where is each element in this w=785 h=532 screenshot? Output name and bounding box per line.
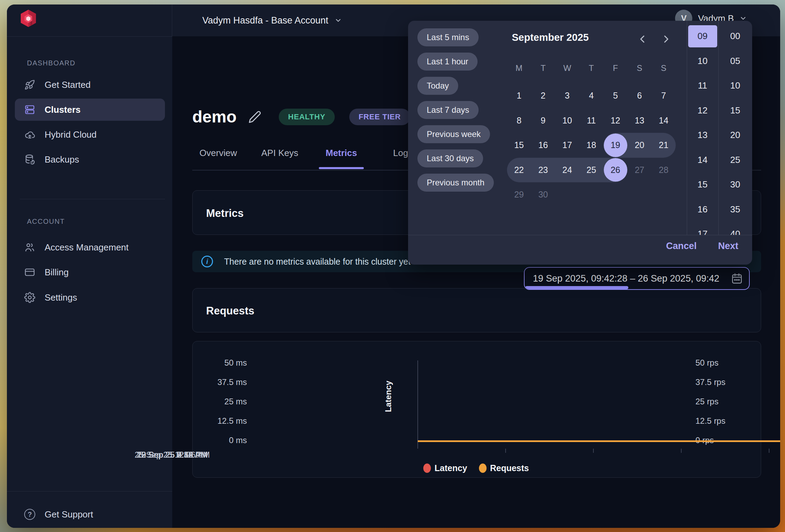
calendar-day[interactable]: 28 [652, 158, 676, 183]
calendar-day[interactable]: 7 [652, 83, 676, 108]
minute-option[interactable]: 35 [721, 198, 750, 220]
y-tick-label: 50 ms [224, 358, 247, 367]
calendar-day[interactable]: 24 [555, 158, 579, 183]
hour-option[interactable]: 17 [688, 223, 717, 235]
calendar-day[interactable]: 30 [531, 182, 555, 207]
latency-dot-icon [423, 464, 431, 473]
calendar-next-icon[interactable] [661, 34, 671, 44]
minute-option[interactable]: 30 [721, 174, 750, 196]
next-button[interactable]: Next [718, 241, 738, 251]
calendar-day[interactable]: 1 [507, 83, 531, 108]
sidebar-item-settings[interactable]: Settings [15, 286, 165, 309]
hour-option[interactable]: 14 [688, 149, 717, 171]
sidebar-item-billing[interactable]: Billing [15, 261, 165, 283]
backups-icon [24, 154, 36, 165]
date-range-value: 19 Sep 2025, 09:42:28 – 26 Sep 2025, 09:… [533, 273, 719, 284]
left-axis-line [417, 360, 418, 449]
legend-item-requests[interactable]: Requests [479, 463, 529, 473]
chart-legend: Latency Requests [172, 463, 780, 473]
calendar-day[interactable]: 3 [555, 83, 579, 108]
calendar-day[interactable]: 20 [627, 133, 652, 158]
legend-item-latency[interactable]: Latency [423, 463, 467, 473]
requests-panel-title: Requests [206, 305, 255, 317]
calendar-day[interactable]: 11 [579, 108, 603, 133]
y-tick-label: 12.5 rps [695, 416, 726, 425]
quick-range-button[interactable]: Previous week [417, 125, 490, 143]
quick-range-button[interactable]: Last 5 mins [417, 28, 479, 46]
calendar-day[interactable]: 26 [603, 158, 628, 183]
calendar-icon[interactable] [731, 273, 743, 284]
tab[interactable]: Metrics [315, 148, 367, 169]
desktop-wallpaper: DASHBOARD Get Started Clusters Hybrid Cl… [0, 0, 785, 532]
minute-option[interactable]: 15 [721, 99, 750, 121]
weekday-label: S [627, 59, 652, 77]
calendar-day[interactable]: 10 [555, 108, 579, 133]
cancel-button[interactable]: Cancel [666, 241, 697, 251]
sidebar-bottom-divider [7, 491, 172, 492]
calendar-day[interactable]: 29 [507, 182, 531, 207]
hour-option[interactable]: 13 [688, 124, 717, 146]
calendar-day[interactable]: 17 [555, 133, 579, 158]
hour-option[interactable]: 10 [688, 50, 717, 72]
calendar-day[interactable]: 23 [531, 158, 555, 183]
hour-option[interactable]: 16 [688, 198, 717, 220]
hour-option[interactable]: 09 [688, 25, 717, 47]
quick-range-button[interactable]: Previous month [417, 174, 494, 192]
calendar-day[interactable]: 9 [531, 108, 555, 133]
minute-option[interactable]: 20 [721, 124, 750, 146]
calendar-day[interactable]: 25 [579, 158, 603, 183]
tab[interactable]: Overview [192, 148, 244, 169]
sidebar-item-access-management[interactable]: Access Management [15, 236, 165, 258]
calendar-prev-icon[interactable] [637, 34, 648, 44]
calendar-day[interactable]: 27 [627, 158, 652, 183]
requests-panel: Requests [192, 288, 761, 332]
calendar-day[interactable]: 15 [507, 133, 531, 158]
calendar-day[interactable]: 14 [652, 108, 676, 133]
sidebar-item-clusters[interactable]: Clusters [15, 99, 165, 121]
account-switcher[interactable]: Vadym Hasdfa - Base Account [202, 4, 342, 36]
hour-option[interactable]: 11 [688, 75, 717, 97]
minute-option[interactable]: 10 [721, 75, 750, 97]
calendar-day[interactable]: 12 [603, 108, 628, 133]
x-tick-mark [769, 449, 769, 453]
calendar-day[interactable]: 16 [531, 133, 555, 158]
tab[interactable]: API Keys [254, 148, 306, 169]
quick-range-button[interactable]: Last 30 days [417, 149, 483, 167]
minute-option[interactable]: 00 [721, 25, 750, 47]
popup-footer: Cancel Next [666, 241, 738, 251]
sidebar-item-hybrid-cloud[interactable]: Hybrid Cloud [15, 123, 165, 146]
calendar-day[interactable]: 8 [507, 108, 531, 133]
edit-pencil-icon[interactable] [248, 110, 261, 123]
calendar-day[interactable]: 19 [603, 133, 628, 158]
calendar-day[interactable]: 18 [579, 133, 603, 158]
quick-range-button[interactable]: Last 1 hour [417, 53, 478, 71]
date-range-input[interactable]: 19 Sep 2025, 09:42:28 – 26 Sep 2025, 09:… [524, 267, 750, 290]
hour-option[interactable]: 12 [688, 99, 717, 121]
y-tick-label: 50 rps [695, 358, 719, 367]
account-switcher-label: Vadym Hasdfa - Base Account [202, 15, 328, 26]
hour-option[interactable]: 15 [688, 174, 717, 196]
sidebar-item-get-started[interactable]: Get Started [15, 74, 165, 96]
qdrant-logo-icon[interactable] [20, 9, 37, 27]
quick-range-button[interactable]: Today [417, 77, 458, 95]
calendar-day[interactable]: 4 [579, 83, 603, 108]
minute-option[interactable]: 25 [721, 149, 750, 171]
calendar-day[interactable]: 6 [627, 83, 652, 108]
minute-option[interactable]: 05 [721, 50, 750, 72]
weekday-label: F [603, 59, 628, 77]
calendar-day[interactable]: 21 [652, 133, 676, 158]
requests-chart-panel [192, 341, 761, 478]
weekday-label: S [652, 59, 676, 77]
sidebar-item-backups[interactable]: Backups [15, 148, 165, 171]
calendar-day[interactable]: 13 [627, 108, 652, 133]
quick-range-button[interactable]: Last 7 days [417, 101, 479, 119]
date-range-picker-popup: Last 5 minsLast 1 hourTodayLast 7 daysPr… [408, 21, 752, 265]
calendar-day[interactable]: 22 [507, 158, 531, 183]
calendar-day[interactable]: 2 [531, 83, 555, 108]
requests-dot-icon [479, 464, 487, 473]
calendar-day[interactable]: 5 [603, 83, 628, 108]
minute-option[interactable]: 40 [721, 223, 750, 235]
sidebar-item-get-support[interactable]: ? Get Support [15, 503, 165, 525]
y-tick-label: 25 ms [224, 397, 247, 406]
x-tick-label: 25 Sep 25 12:06 AM [135, 450, 210, 460]
